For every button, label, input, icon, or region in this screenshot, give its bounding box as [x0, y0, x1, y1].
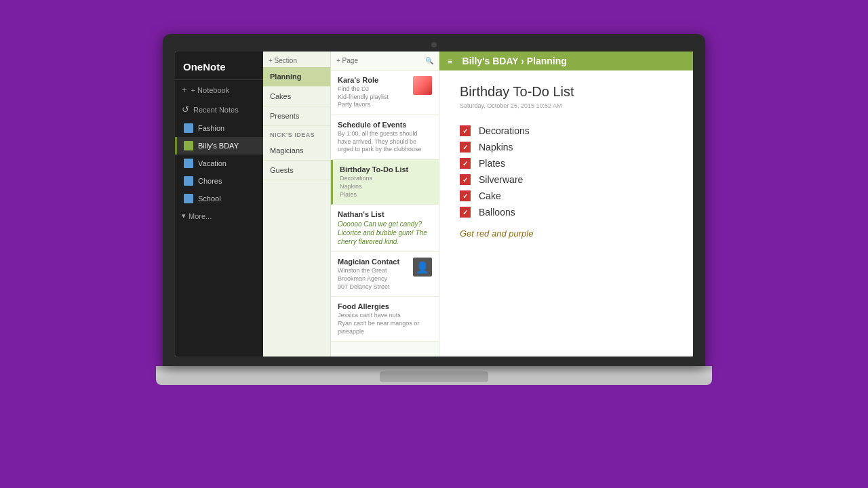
page-preview: Winston the GreatBrookman Agency907 Dela…	[338, 267, 409, 291]
recent-notes-button[interactable]: ↺ Recent Notes	[175, 100, 263, 119]
chevron-down-icon: ▾	[182, 211, 186, 220]
main-content: ≡ Billy's BDAY › Planning Birthday To-Do…	[439, 52, 693, 357]
checkbox-plates[interactable]	[460, 158, 471, 169]
page-item-magician-contact[interactable]: Magician Contact Winston the GreatBrookm…	[331, 252, 439, 297]
notebook-icon-vacation	[184, 159, 193, 168]
page-title: Food Allergies	[338, 302, 432, 310]
todo-label: Cake	[479, 190, 501, 201]
screen-bezel: OneNote + + Notebook ↺ Recent Notes Fash…	[163, 34, 705, 366]
page-note: Get red and purple	[460, 228, 673, 239]
todo-label: Napkins	[479, 142, 513, 152]
page-thumbnail	[413, 76, 432, 95]
page-title: Kara's Role	[338, 76, 409, 84]
todo-list: Decorations Napkins Plates	[460, 123, 673, 220]
laptop: OneNote + + Notebook ↺ Recent Notes Fash…	[156, 34, 712, 454]
page-title: Magician Contact	[338, 258, 409, 266]
camera-dot	[431, 42, 437, 47]
checkbox-decorations[interactable]	[460, 125, 471, 136]
page-content-area: Birthday To-Do List Saturday, October 25…	[439, 70, 693, 357]
notebook-icon-bday	[184, 141, 193, 150]
add-notebook-button[interactable]: + + Notebook	[175, 80, 263, 100]
onenote-app: OneNote + + Notebook ↺ Recent Notes Fash…	[175, 52, 693, 357]
todo-item-silverware[interactable]: Silverware	[460, 171, 673, 188]
section-item-presents[interactable]: Presents	[263, 106, 330, 126]
todo-item-plates[interactable]: Plates	[460, 155, 673, 171]
notebook-icon-school	[184, 194, 193, 203]
page-preview: By 1:00, all the guests should have arri…	[338, 130, 432, 154]
pages-header: + Page 🔍	[331, 52, 439, 70]
touchpad[interactable]	[380, 371, 488, 382]
page-preview: Oooooo Can we get candy? Licorice and bu…	[338, 220, 432, 246]
screen: OneNote + + Notebook ↺ Recent Notes Fash…	[175, 52, 693, 357]
add-section-button[interactable]: + Section	[269, 57, 297, 64]
checkbox-balloons[interactable]	[460, 207, 471, 218]
section-item-cakes[interactable]: Cakes	[263, 87, 330, 106]
sections-panel: + Section Planning Cakes Presents NICK'S…	[263, 52, 331, 357]
page-preview: DecorationsNapkinsPlates	[340, 175, 432, 199]
page-title: Schedule of Events	[338, 121, 432, 129]
todo-item-cake[interactable]: Cake	[460, 188, 673, 204]
todo-label: Decorations	[479, 125, 530, 136]
page-title: Nathan's List	[338, 210, 432, 218]
checkbox-silverware[interactable]	[460, 174, 471, 185]
page-thumbnail: 👤	[413, 258, 432, 277]
page-item-food-allergies[interactable]: Food Allergies Jessica can't have nutsRy…	[331, 297, 439, 342]
sidebar: OneNote + + Notebook ↺ Recent Notes Fash…	[175, 52, 263, 357]
sections-group-label: NICK'S IDEAS	[263, 126, 330, 141]
sidebar-item-school[interactable]: School	[175, 190, 263, 207]
page-preview: Find the DJKid-friendly playlistParty fa…	[338, 85, 409, 109]
checkbox-napkins[interactable]	[460, 142, 471, 152]
recent-icon: ↺	[182, 104, 189, 115]
more-button[interactable]: ▾ More...	[175, 207, 263, 224]
sidebar-item-chores[interactable]: Chores	[175, 172, 263, 190]
page-date: Saturday, October 25, 2015 10:52 AM	[460, 102, 673, 109]
page-item-karas-role[interactable]: Kara's Role Find the DJKid-friendly play…	[331, 70, 439, 115]
sidebar-item-billys-bday[interactable]: Billy's BDAY	[175, 137, 263, 155]
app-logo: OneNote	[175, 52, 263, 80]
todo-label: Balloons	[479, 207, 515, 218]
sidebar-item-vacation[interactable]: Vacation	[175, 155, 263, 172]
todo-item-balloons[interactable]: Balloons	[460, 204, 673, 220]
todo-label: Plates	[479, 158, 505, 169]
page-title: Birthday To-Do List	[340, 165, 432, 174]
add-page-button[interactable]: + Page	[336, 57, 358, 64]
menu-icon: ≡	[448, 56, 453, 66]
todo-label: Silverware	[479, 174, 523, 185]
page-item-schedule[interactable]: Schedule of Events By 1:00, all the gues…	[331, 115, 439, 160]
add-icon: +	[182, 85, 187, 95]
todo-item-decorations[interactable]: Decorations	[460, 123, 673, 139]
toolbar-title: Billy's BDAY › Planning	[462, 56, 567, 66]
pages-panel: + Page 🔍 Kara's Role Find the DJKid-frie…	[331, 52, 439, 357]
search-icon[interactable]: 🔍	[425, 57, 433, 64]
page-item-birthday-todo[interactable]: Birthday To-Do List DecorationsNapkinsPl…	[331, 160, 439, 205]
section-item-guests[interactable]: Guests	[263, 161, 330, 180]
checkbox-cake[interactable]	[460, 190, 471, 201]
notebook-icon-chores	[184, 176, 193, 186]
sections-header: + Section	[263, 52, 330, 67]
section-item-planning[interactable]: Planning	[263, 67, 330, 87]
page-preview: Jessica can't have nutsRyan can't be nea…	[338, 312, 432, 336]
todo-item-napkins[interactable]: Napkins	[460, 139, 673, 155]
notebook-icon-fashion	[184, 123, 193, 133]
section-item-magicians[interactable]: Magicians	[263, 141, 330, 161]
page-item-nathans-list[interactable]: Nathan's List Oooooo Can we get candy? L…	[331, 205, 439, 252]
main-toolbar: ≡ Billy's BDAY › Planning	[439, 52, 693, 70]
sidebar-item-fashion[interactable]: Fashion	[175, 119, 263, 137]
page-heading: Birthday To-Do List	[460, 84, 673, 100]
laptop-base	[156, 366, 712, 385]
